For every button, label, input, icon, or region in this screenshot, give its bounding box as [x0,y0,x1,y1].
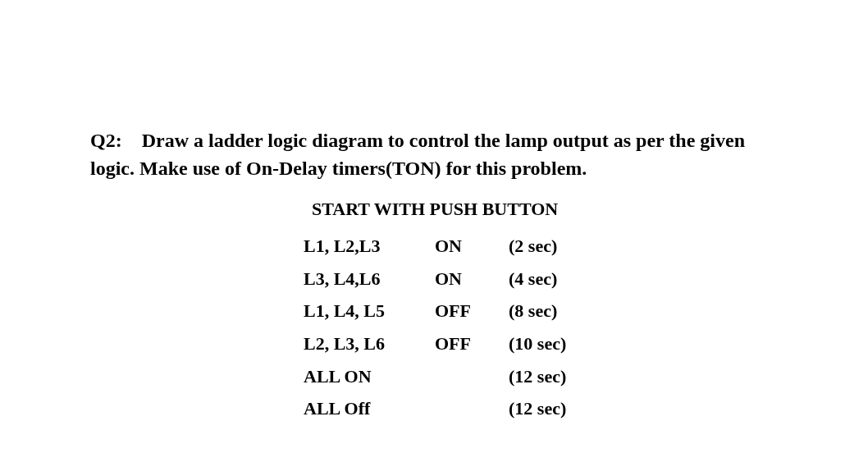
table-row: ALL Off (12 sec) [304,392,779,425]
time-cell: (10 sec) [509,327,607,360]
lamps-cell: L2, L3, L6 [304,327,435,360]
lamps-cell: ALL ON [304,360,435,393]
time-cell: (2 sec) [509,230,607,263]
document-content: Q2: Draw a ladder logic diagram to contr… [90,127,779,425]
table-row: L1, L2,L3 ON (2 sec) [304,230,779,263]
state-cell: OFF [435,295,509,327]
time-cell: (12 sec) [509,392,607,425]
time-cell: (8 sec) [509,295,607,327]
lamps-cell: L1, L2,L3 [304,230,435,263]
question-text: Draw a ladder logic diagram to control t… [90,130,745,179]
time-cell: (4 sec) [509,263,607,295]
question-header: Q2: Draw a ladder logic diagram to contr… [90,127,779,182]
table-title: START WITH PUSH BUTTON [312,199,779,220]
table-row: L3, L4,L6 ON (4 sec) [304,263,779,295]
question-label: Q2: [90,130,122,151]
lamps-cell: L3, L4,L6 [304,263,435,295]
time-cell: (12 sec) [509,360,607,393]
state-cell: ON [435,263,509,295]
lamps-cell: L1, L4, L5 [304,295,435,327]
table-row: ALL ON (12 sec) [304,360,779,393]
table-row: L1, L4, L5 OFF (8 sec) [304,295,779,327]
lamps-cell: ALL Off [304,392,435,425]
state-cell: ON [435,230,509,263]
state-cell: OFF [435,327,509,360]
sequence-table: START WITH PUSH BUTTON L1, L2,L3 ON (2 s… [304,199,779,425]
table-row: L2, L3, L6 OFF (10 sec) [304,327,779,360]
